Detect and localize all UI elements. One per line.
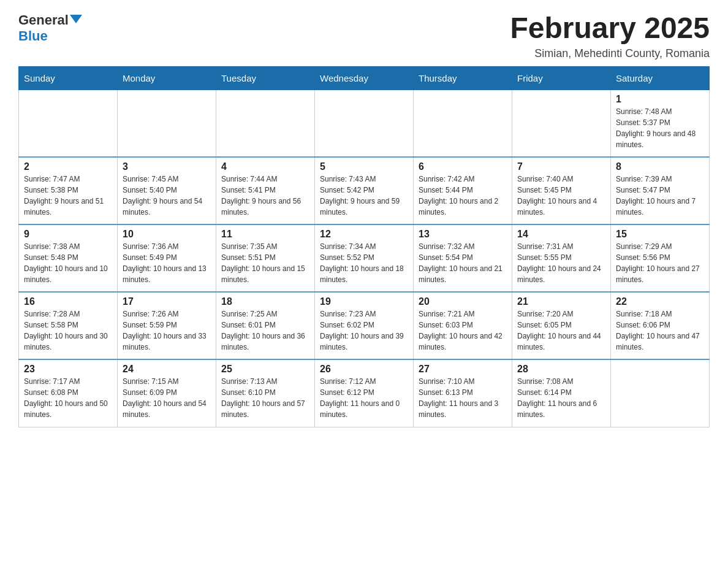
- calendar-day-cell: 12Sunrise: 7:34 AMSunset: 5:52 PMDayligh…: [315, 224, 414, 292]
- calendar-day-cell: 7Sunrise: 7:40 AMSunset: 5:45 PMDaylight…: [512, 157, 611, 224]
- day-number: 22: [616, 296, 704, 307]
- day-info: Sunrise: 7:47 AMSunset: 5:38 PMDaylight:…: [24, 174, 112, 218]
- calendar-day-cell: 2Sunrise: 7:47 AMSunset: 5:38 PMDaylight…: [19, 157, 118, 224]
- calendar-day-cell: 24Sunrise: 7:15 AMSunset: 6:09 PMDayligh…: [118, 359, 216, 427]
- calendar-day-cell: 19Sunrise: 7:23 AMSunset: 6:02 PMDayligh…: [315, 292, 414, 359]
- day-number: 3: [123, 161, 211, 172]
- calendar-week-row: 16Sunrise: 7:28 AMSunset: 5:58 PMDayligh…: [19, 292, 710, 359]
- calendar-day-cell: 28Sunrise: 7:08 AMSunset: 6:14 PMDayligh…: [512, 359, 611, 427]
- day-info: Sunrise: 7:21 AMSunset: 6:03 PMDaylight:…: [419, 308, 507, 353]
- day-number: 2: [24, 161, 112, 172]
- day-number: 13: [419, 229, 507, 240]
- day-info: Sunrise: 7:40 AMSunset: 5:45 PMDaylight:…: [517, 174, 605, 218]
- day-number: 15: [616, 229, 704, 240]
- day-number: 7: [517, 161, 605, 172]
- day-info: Sunrise: 7:38 AMSunset: 5:48 PMDaylight:…: [24, 241, 112, 285]
- calendar-week-row: 2Sunrise: 7:47 AMSunset: 5:38 PMDaylight…: [19, 157, 710, 224]
- calendar-day-cell: 27Sunrise: 7:10 AMSunset: 6:13 PMDayligh…: [414, 359, 512, 427]
- day-info: Sunrise: 7:13 AMSunset: 6:10 PMDaylight:…: [221, 376, 309, 420]
- day-number: 1: [616, 94, 704, 105]
- calendar-day-cell: 3Sunrise: 7:45 AMSunset: 5:40 PMDaylight…: [118, 157, 216, 224]
- calendar-day-cell: 10Sunrise: 7:36 AMSunset: 5:49 PMDayligh…: [118, 224, 216, 292]
- calendar-week-row: 23Sunrise: 7:17 AMSunset: 6:08 PMDayligh…: [19, 359, 710, 427]
- day-info: Sunrise: 7:43 AMSunset: 5:42 PMDaylight:…: [320, 174, 408, 218]
- day-info: Sunrise: 7:10 AMSunset: 6:13 PMDaylight:…: [419, 376, 507, 420]
- calendar-day-cell: 6Sunrise: 7:42 AMSunset: 5:44 PMDaylight…: [414, 157, 512, 224]
- day-number: 27: [419, 364, 507, 375]
- col-thursday: Thursday: [414, 66, 512, 90]
- location-subtitle: Simian, Mehedinti County, Romania: [510, 47, 710, 60]
- calendar-day-cell: 4Sunrise: 7:44 AMSunset: 5:41 PMDaylight…: [216, 157, 315, 224]
- calendar-day-cell: 18Sunrise: 7:25 AMSunset: 6:01 PMDayligh…: [216, 292, 315, 359]
- page-header: General Blue February 2025 Simian, Mehed…: [18, 12, 710, 60]
- day-info: Sunrise: 7:26 AMSunset: 5:59 PMDaylight:…: [123, 308, 211, 353]
- day-number: 6: [419, 161, 507, 172]
- calendar-day-cell: 8Sunrise: 7:39 AMSunset: 5:47 PMDaylight…: [611, 157, 710, 224]
- logo-blue-text: Blue: [18, 28, 48, 44]
- col-saturday: Saturday: [611, 66, 710, 90]
- day-info: Sunrise: 7:36 AMSunset: 5:49 PMDaylight:…: [123, 241, 211, 285]
- day-number: 5: [320, 161, 408, 172]
- day-info: Sunrise: 7:34 AMSunset: 5:52 PMDaylight:…: [320, 241, 408, 285]
- day-info: Sunrise: 7:25 AMSunset: 6:01 PMDaylight:…: [221, 308, 309, 353]
- day-number: 23: [24, 364, 112, 375]
- calendar-day-cell: 5Sunrise: 7:43 AMSunset: 5:42 PMDaylight…: [315, 157, 414, 224]
- col-wednesday: Wednesday: [315, 66, 414, 90]
- calendar-day-cell: 25Sunrise: 7:13 AMSunset: 6:10 PMDayligh…: [216, 359, 315, 427]
- calendar-day-cell: 23Sunrise: 7:17 AMSunset: 6:08 PMDayligh…: [19, 359, 118, 427]
- day-info: Sunrise: 7:35 AMSunset: 5:51 PMDaylight:…: [221, 241, 309, 285]
- calendar-day-cell: 15Sunrise: 7:29 AMSunset: 5:56 PMDayligh…: [611, 224, 710, 292]
- calendar-week-row: 9Sunrise: 7:38 AMSunset: 5:48 PMDaylight…: [19, 224, 710, 292]
- calendar-day-cell: 26Sunrise: 7:12 AMSunset: 6:12 PMDayligh…: [315, 359, 414, 427]
- calendar-day-cell: 16Sunrise: 7:28 AMSunset: 5:58 PMDayligh…: [19, 292, 118, 359]
- day-info: Sunrise: 7:18 AMSunset: 6:06 PMDaylight:…: [616, 308, 704, 353]
- title-section: February 2025 Simian, Mehedinti County, …: [510, 12, 710, 60]
- calendar-day-cell: 17Sunrise: 7:26 AMSunset: 5:59 PMDayligh…: [118, 292, 216, 359]
- day-number: 18: [221, 296, 309, 307]
- day-number: 28: [517, 364, 605, 375]
- calendar-day-cell: 13Sunrise: 7:32 AMSunset: 5:54 PMDayligh…: [414, 224, 512, 292]
- day-number: 24: [123, 364, 211, 375]
- day-number: 25: [221, 364, 309, 375]
- day-number: 11: [221, 229, 309, 240]
- day-info: Sunrise: 7:12 AMSunset: 6:12 PMDaylight:…: [320, 376, 408, 420]
- month-title: February 2025: [510, 12, 710, 45]
- day-info: Sunrise: 7:15 AMSunset: 6:09 PMDaylight:…: [123, 376, 211, 420]
- day-number: 21: [517, 296, 605, 307]
- calendar-day-cell: [414, 90, 512, 157]
- day-info: Sunrise: 7:23 AMSunset: 6:02 PMDaylight:…: [320, 308, 408, 353]
- calendar-day-cell: 14Sunrise: 7:31 AMSunset: 5:55 PMDayligh…: [512, 224, 611, 292]
- day-info: Sunrise: 7:20 AMSunset: 6:05 PMDaylight:…: [517, 308, 605, 353]
- day-number: 17: [123, 296, 211, 307]
- calendar-day-cell: 1Sunrise: 7:48 AMSunset: 5:37 PMDaylight…: [611, 90, 710, 157]
- calendar-day-cell: 20Sunrise: 7:21 AMSunset: 6:03 PMDayligh…: [414, 292, 512, 359]
- calendar-day-cell: [19, 90, 118, 157]
- logo: General Blue: [18, 12, 82, 44]
- day-info: Sunrise: 7:17 AMSunset: 6:08 PMDaylight:…: [24, 376, 112, 420]
- day-info: Sunrise: 7:48 AMSunset: 5:37 PMDaylight:…: [616, 106, 704, 150]
- day-number: 4: [221, 161, 309, 172]
- day-number: 16: [24, 296, 112, 307]
- col-sunday: Sunday: [19, 66, 118, 90]
- calendar-day-cell: [118, 90, 216, 157]
- calendar-day-cell: 9Sunrise: 7:38 AMSunset: 5:48 PMDaylight…: [19, 224, 118, 292]
- col-friday: Friday: [512, 66, 611, 90]
- calendar-day-cell: [315, 90, 414, 157]
- day-info: Sunrise: 7:28 AMSunset: 5:58 PMDaylight:…: [24, 308, 112, 353]
- col-monday: Monday: [118, 66, 216, 90]
- calendar-day-cell: 22Sunrise: 7:18 AMSunset: 6:06 PMDayligh…: [611, 292, 710, 359]
- col-tuesday: Tuesday: [216, 66, 315, 90]
- day-number: 8: [616, 161, 704, 172]
- calendar-day-cell: 11Sunrise: 7:35 AMSunset: 5:51 PMDayligh…: [216, 224, 315, 292]
- day-number: 10: [123, 229, 211, 240]
- calendar-day-cell: [611, 359, 710, 427]
- day-info: Sunrise: 7:39 AMSunset: 5:47 PMDaylight:…: [616, 174, 704, 218]
- calendar-week-row: 1Sunrise: 7:48 AMSunset: 5:37 PMDaylight…: [19, 90, 710, 157]
- calendar-day-cell: 21Sunrise: 7:20 AMSunset: 6:05 PMDayligh…: [512, 292, 611, 359]
- day-info: Sunrise: 7:32 AMSunset: 5:54 PMDaylight:…: [419, 241, 507, 285]
- calendar-day-cell: [216, 90, 315, 157]
- day-info: Sunrise: 7:44 AMSunset: 5:41 PMDaylight:…: [221, 174, 309, 218]
- day-number: 19: [320, 296, 408, 307]
- day-number: 20: [419, 296, 507, 307]
- logo-general-text: General: [18, 12, 69, 28]
